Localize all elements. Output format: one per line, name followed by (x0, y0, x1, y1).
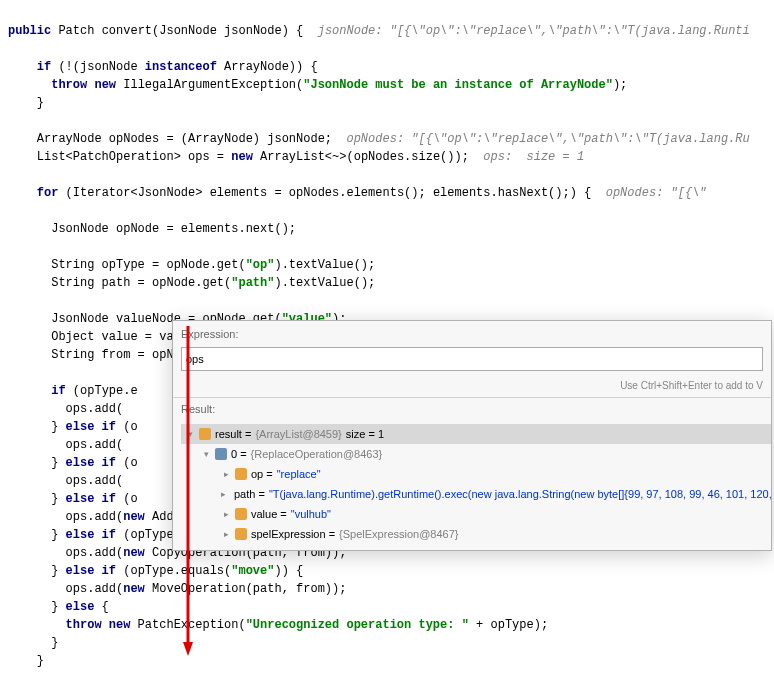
array-element-icon (215, 448, 227, 460)
tree-row-index0[interactable]: ▾ 0 = {ReplaceOperation@8463} (181, 444, 771, 464)
tree-row-result[interactable]: ▾ result = {ArrayList@8459} size = 1 (181, 424, 771, 444)
method-name: convert (102, 24, 152, 38)
chevron-right-icon[interactable]: ▸ (221, 465, 231, 483)
tree-label: value = (251, 505, 287, 523)
tree-value: "T(java.lang.Runtime).getRuntime().exec(… (269, 485, 771, 503)
str-op: "op" (246, 258, 275, 272)
str-path: "path" (231, 276, 274, 290)
tree-row-op[interactable]: ▸ op = "replace" (181, 464, 771, 484)
tree-type: {ArrayList@8459} (255, 425, 341, 443)
str-move: "move" (231, 564, 274, 578)
evaluate-expression-popup[interactable]: Expression: ops Use Ctrl+Shift+Enter to … (172, 320, 772, 551)
tree-label: 0 = (231, 445, 247, 463)
tree-row-spel[interactable]: ▸ spelExpression = {SpelExpression@8467} (181, 524, 771, 544)
ret-type: Patch (58, 24, 94, 38)
chevron-right-icon[interactable]: ▸ (221, 485, 226, 503)
popup-header-label: Expression: (173, 321, 771, 345)
tree-label: op = (251, 465, 273, 483)
str-unrec: "Unrecognized operation type: " (246, 618, 469, 632)
chevron-down-icon[interactable]: ▾ (185, 425, 195, 443)
chevron-right-icon[interactable]: ▸ (221, 505, 231, 523)
inline-hint: jsonNode: "[{\"op\":\"replace\",\"path\"… (318, 24, 750, 38)
expression-input[interactable]: ops (181, 347, 763, 371)
tree-type: {SpelExpression@8467} (339, 525, 458, 543)
result-tree[interactable]: ▾ result = {ArrayList@8459} size = 1 ▾ 0… (173, 422, 771, 550)
hint-for: opNodes: "[{\" (606, 186, 707, 200)
result-icon (199, 428, 211, 440)
tree-row-value[interactable]: ▸ value = "vulhub" (181, 504, 771, 524)
hint-opNodes: opNodes: "[{\"op\":\"replace\",\"path\":… (346, 132, 749, 146)
popup-shortcut-hint: Use Ctrl+Shift+Enter to add to V (173, 375, 771, 397)
chevron-down-icon[interactable]: ▾ (201, 445, 211, 463)
tree-value: "vulhub" (291, 505, 331, 523)
str-iae: "JsonNode must be an instance of ArrayNo… (303, 78, 613, 92)
tree-value: "replace" (277, 465, 321, 483)
field-icon (235, 528, 247, 540)
tree-label: path = (234, 485, 265, 503)
kw-public: public (8, 24, 51, 38)
tree-type: {ReplaceOperation@8463} (251, 445, 383, 463)
field-icon (235, 508, 247, 520)
tree-row-path[interactable]: ▸ path = "T(java.lang.Runtime).getRuntim… (181, 484, 771, 504)
popup-result-header: Result: (173, 397, 771, 422)
tree-label: spelExpression = (251, 525, 335, 543)
chevron-right-icon[interactable]: ▸ (221, 525, 231, 543)
hint-ops: ops: size = 1 (483, 150, 584, 164)
field-icon (235, 468, 247, 480)
tree-size: size = 1 (346, 425, 384, 443)
method-param: (JsonNode jsonNode) { (152, 24, 303, 38)
tree-label: result = (215, 425, 251, 443)
